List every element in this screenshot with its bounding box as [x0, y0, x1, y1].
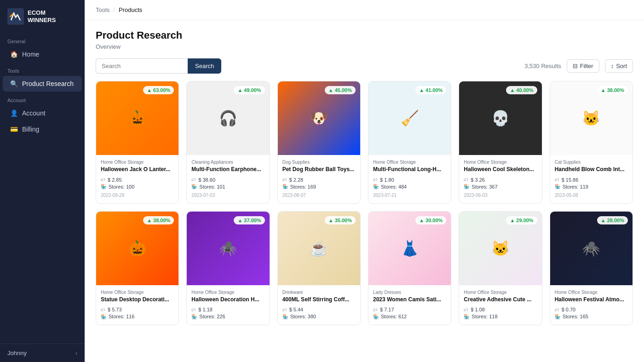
- product-price: 🏷 $ 2.28: [282, 177, 356, 183]
- product-badge: ▲ 28.00%: [597, 216, 628, 224]
- product-grid: 🎃 ▲ 63.00% Home Office Storage Halloween…: [96, 81, 633, 325]
- product-meta: 🏷 $ 1.18 🏪 Stores: 226: [191, 307, 264, 319]
- product-card[interactable]: 🐶 ▲ 45.00% Dog Supplies Pet Dog Rubber B…: [277, 81, 361, 204]
- badge-arrow: ▲: [510, 87, 515, 93]
- product-research-icon: 🔍: [10, 80, 17, 87]
- price-value: $ 1.08: [471, 307, 485, 312]
- product-card[interactable]: 🕷️ ▲ 37.00% Home Office Storage Hallowee…: [186, 211, 270, 326]
- sidebar-item-home[interactable]: 🏠 Home: [3, 46, 82, 62]
- product-meta: 🏷 $ 5.73 🏪 Stores: 116: [101, 307, 174, 319]
- badge-value: 29.00%: [516, 218, 533, 223]
- product-info: Home Office Storage Halloween Cool Skele…: [459, 155, 541, 203]
- product-category: Home Office Storage: [101, 160, 174, 165]
- badge-value: 28.00%: [607, 218, 624, 223]
- price-icon: 🏷: [101, 177, 105, 182]
- product-stores: 🏪 Stores: 165: [555, 314, 628, 319]
- product-stores: 🏪 Stores: 119: [555, 184, 628, 190]
- breadcrumb: Tools / Products: [85, 0, 644, 20]
- stores-value: Stores: 165: [563, 314, 588, 319]
- product-card[interactable]: 🕷️ ▲ 28.00% Home Office Storage Hallowee…: [550, 211, 633, 326]
- sort-button[interactable]: ↕ Sort: [605, 59, 633, 73]
- breadcrumb-tools[interactable]: Tools: [96, 6, 109, 13]
- product-name: 400ML Self Stirring Coff...: [282, 296, 356, 304]
- price-icon: 🏷: [191, 307, 196, 312]
- stores-value: Stores: 118: [472, 314, 497, 319]
- chevron-right-icon[interactable]: ›: [75, 350, 77, 356]
- product-badge: ▲ 29.00%: [506, 216, 537, 224]
- product-stores: 🏪 Stores: 116: [101, 314, 174, 319]
- product-image-wrapper: 🎃 ▲ 63.00%: [96, 81, 178, 155]
- store-icon: 🏪: [101, 184, 106, 189]
- product-badge: ▲ 30.00%: [415, 216, 446, 224]
- product-card[interactable]: 👗 ▲ 30.00% Lady Dresses 2023 Women Camis…: [368, 211, 451, 326]
- product-card[interactable]: ☕ ▲ 35.00% Drinkware 400ML Self Stirring…: [277, 211, 361, 326]
- product-image-wrapper: 🕷️ ▲ 37.00%: [187, 212, 269, 285]
- stores-value: Stores: 226: [199, 314, 225, 319]
- filter-button[interactable]: ⊟ Filter: [567, 59, 599, 73]
- stores-value: Stores: 101: [199, 184, 225, 190]
- product-price: 🏷 $ 38.60: [191, 177, 264, 183]
- price-icon: 🏷: [555, 307, 559, 312]
- product-category: Lady Dresses: [373, 290, 446, 295]
- product-card[interactable]: 🐱 ▲ 29.00% Home Office Storage Creative …: [459, 211, 542, 326]
- product-meta: 🏷 $ 2.28 🏪 Stores: 169 2023-08-07: [282, 177, 356, 198]
- badge-value: 41.00%: [426, 87, 443, 93]
- product-badge: ▲ 41.00%: [415, 86, 446, 94]
- product-category: Cat Supplies: [555, 160, 628, 165]
- product-date: 2022-09-29: [101, 193, 174, 198]
- store-icon: 🏪: [373, 314, 379, 319]
- badge-value: 35.00%: [335, 218, 352, 223]
- product-price: 🏷 $ 2.85: [101, 177, 174, 183]
- product-price: 🏷 $ 7.17: [373, 307, 446, 312]
- price-value: $ 5.44: [289, 307, 304, 312]
- product-date: 2023-06-03: [464, 193, 537, 198]
- store-icon: 🏪: [555, 314, 560, 319]
- product-card[interactable]: 🎃 ▲ 38.00% Home Office Storage Statue De…: [96, 211, 179, 326]
- product-date: 2023-08-07: [282, 193, 356, 198]
- results-count: 3,530 Results: [524, 63, 561, 69]
- store-icon: 🏪: [101, 314, 106, 319]
- product-card[interactable]: 🎃 ▲ 63.00% Home Office Storage Halloween…: [96, 81, 179, 204]
- controls-row: Search 3,530 Results ⊟ Filter ↕ Sort: [96, 58, 633, 74]
- product-meta: 🏷 $ 7.17 🏪 Stores: 612: [373, 307, 446, 319]
- product-meta: 🏷 $ 15.86 🏪 Stores: 119 2023-05-08: [555, 177, 628, 198]
- product-price: 🏷 $ 1.18: [191, 307, 264, 312]
- product-card[interactable]: 💀 ▲ 40.00% Home Office Storage Halloween…: [459, 81, 542, 204]
- product-badge: ▲ 35.00%: [325, 216, 356, 224]
- sort-label: Sort: [616, 63, 627, 69]
- badge-value: 38.00%: [607, 87, 624, 93]
- main-content: Tools / Products Product Research Overvi…: [85, 0, 644, 362]
- badge-arrow: ▲: [328, 218, 334, 223]
- product-price: 🏷 $ 1.80: [373, 177, 446, 183]
- product-meta: 🏷 $ 38.60 🏪 Stores: 101 2023-07-03: [191, 177, 264, 198]
- sidebar-section-tools: Tools 🔍 Product Research: [0, 63, 85, 92]
- sidebar-item-product-research[interactable]: 🔍 Product Research: [3, 76, 82, 92]
- content-area: Product Research Overview Search 3,530 R…: [85, 20, 644, 362]
- product-image-wrapper: 🐱 ▲ 38.00%: [550, 81, 632, 155]
- product-name: Creative Adhesive Cute ...: [464, 296, 537, 304]
- product-category: Drinkware: [282, 290, 356, 295]
- product-image-wrapper: ☕ ▲ 35.00%: [278, 212, 360, 285]
- product-card[interactable]: 🎧 ▲ 49.00% Cleaning Appliances Multi-Fun…: [186, 81, 270, 204]
- sidebar-item-billing-label: Billing: [22, 126, 39, 133]
- product-badge: ▲ 45.00%: [325, 86, 356, 94]
- sidebar-item-billing[interactable]: 💳 Billing: [3, 121, 82, 137]
- product-name: Halloween Cool Skeleton...: [464, 166, 537, 173]
- product-card[interactable]: 🐱 ▲ 38.00% Cat Supplies Handheld Blow Co…: [550, 81, 633, 204]
- product-stores: 🏪 Stores: 100: [101, 184, 174, 190]
- product-category: Cleaning Appliances: [191, 160, 264, 165]
- badge-arrow: ▲: [147, 87, 152, 93]
- product-image-wrapper: 🐶 ▲ 45.00%: [278, 81, 360, 155]
- price-value: $ 2.85: [108, 177, 122, 183]
- search-button[interactable]: Search: [188, 58, 221, 74]
- search-input[interactable]: [96, 58, 188, 74]
- product-meta: 🏷 $ 0.70 🏪 Stores: 165: [555, 307, 628, 319]
- price-icon: 🏷: [101, 307, 105, 312]
- product-image-wrapper: 🕷️ ▲ 28.00%: [550, 212, 632, 285]
- sidebar-item-account[interactable]: 👤 Account: [3, 105, 82, 121]
- product-card[interactable]: 🧹 ▲ 41.00% Home Office Storage Multi-Fun…: [368, 81, 451, 204]
- product-info: Home Office Storage Halloween Jack O Lan…: [96, 155, 178, 203]
- price-icon: 🏷: [282, 177, 287, 182]
- price-icon: 🏷: [191, 177, 196, 182]
- product-badge: ▲ 38.00%: [143, 216, 174, 224]
